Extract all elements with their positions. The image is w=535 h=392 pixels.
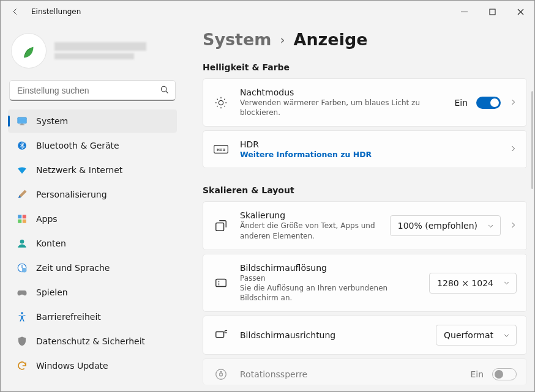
chevron-down-icon <box>503 279 510 286</box>
nav-label: System <box>36 116 68 126</box>
svg-text:HDR: HDR <box>217 147 226 152</box>
profile-block[interactable] <box>8 30 177 76</box>
svg-rect-4 <box>21 124 24 125</box>
svg-point-14 <box>21 312 23 314</box>
minimize-button[interactable] <box>450 1 478 23</box>
search-input[interactable] <box>9 80 176 101</box>
svg-rect-22 <box>220 373 223 376</box>
accessibility-icon <box>17 311 28 322</box>
paintbrush-icon <box>17 189 28 200</box>
nav-label: Barrierefreiheit <box>36 312 101 322</box>
hdr-title: HDR <box>240 139 498 149</box>
rotation-state-label: Ein <box>470 369 484 379</box>
section-scale-title: Skalieren & Layout <box>203 185 527 195</box>
scaling-title: Skalierung <box>240 210 379 220</box>
resolution-sub: Passen Sie die Auflösung an Ihren verbun… <box>240 273 418 303</box>
nav-label: Datenschutz & Sicherheit <box>36 336 145 346</box>
chevron-right-icon: › <box>280 32 285 47</box>
card-night-mode[interactable]: Nachtmodus Verwenden wärmerer Farben, um… <box>203 78 527 127</box>
svg-point-11 <box>20 240 24 244</box>
search-box[interactable] <box>9 80 176 101</box>
svg-point-15 <box>219 100 223 105</box>
profile-name-redacted <box>54 42 146 51</box>
chevron-right-icon[interactable] <box>509 144 517 154</box>
nav-item-accounts[interactable]: Konten <box>8 232 177 255</box>
svg-point-13 <box>22 268 27 273</box>
nav-label: Netzwerk & Internet <box>36 165 122 175</box>
nav-item-apps[interactable]: Apps <box>8 207 177 231</box>
card-resolution[interactable]: Bildschirmauflösung Passen Sie die Auflö… <box>203 254 527 312</box>
night-light-icon <box>213 96 229 109</box>
nav-item-system[interactable]: System <box>8 109 177 133</box>
scaling-sub: Ändert die Größe von Text, Apps und ande… <box>240 221 379 240</box>
close-button[interactable] <box>506 1 534 23</box>
nav-list: System Bluetooth & Geräte Netzwerk & Int… <box>8 109 177 377</box>
sidebar: System Bluetooth & Geräte Netzwerk & Int… <box>1 23 184 391</box>
resolution-title: Bildschirmauflösung <box>240 263 418 273</box>
svg-rect-20 <box>216 332 224 338</box>
nav-label: Apps <box>36 214 58 224</box>
svg-rect-10 <box>23 220 26 223</box>
nav-item-gaming[interactable]: Spielen <box>8 281 177 304</box>
nav-item-bluetooth[interactable]: Bluetooth & Geräte <box>8 134 177 157</box>
nav-item-personalization[interactable]: Personalisierung <box>8 183 177 206</box>
search-icon <box>160 85 170 97</box>
main-panel: System › Anzeige Helligkeit & Farbe Nach… <box>184 23 534 391</box>
resolution-icon <box>213 276 229 290</box>
svg-point-1 <box>161 86 166 92</box>
card-scaling[interactable]: Skalierung Ändert die Größe von Text, Ap… <box>203 201 527 250</box>
svg-rect-3 <box>18 118 26 123</box>
breadcrumb: System › Anzeige <box>203 30 527 49</box>
nav-item-time-language[interactable]: Zeit und Sprache <box>8 256 177 279</box>
svg-rect-7 <box>18 215 21 218</box>
rotation-toggle <box>492 368 517 380</box>
card-hdr[interactable]: HDR HDR Weitere Informationen zu HDR <box>203 130 527 168</box>
card-orientation[interactable]: Bildschirmausrichtung Querformat <box>203 316 527 355</box>
orientation-value: Querformat <box>444 330 493 340</box>
resolution-dropdown[interactable]: 1280 × 1024 <box>429 273 517 294</box>
svg-rect-9 <box>18 220 21 223</box>
nav-label: Bluetooth & Geräte <box>36 141 119 150</box>
update-icon <box>17 360 28 371</box>
window-title: Einstellungen <box>31 7 81 16</box>
chevron-right-icon[interactable] <box>509 221 517 231</box>
chevron-right-icon[interactable] <box>509 98 517 108</box>
nav-label: Spielen <box>36 287 68 297</box>
svg-rect-18 <box>216 223 224 231</box>
night-state-label: Ein <box>454 98 468 108</box>
globe-clock-icon <box>17 262 28 273</box>
night-sub: Verwenden wärmerer Farben, um blaues Lic… <box>240 98 436 117</box>
wifi-icon <box>17 165 28 176</box>
nav-item-accessibility[interactable]: Barrierefreiheit <box>8 305 177 328</box>
night-toggle[interactable] <box>476 97 501 109</box>
scaling-dropdown[interactable]: 100% (empfohlen) <box>390 215 501 236</box>
nav-item-windows-update[interactable]: Windows Update <box>8 354 177 377</box>
shield-icon <box>17 336 28 347</box>
maximize-button[interactable] <box>478 1 506 23</box>
card-rotation-lock: Rotationssperre Ein <box>203 358 527 385</box>
profile-email-redacted <box>54 53 134 59</box>
chevron-down-icon <box>487 223 494 229</box>
profile-text <box>54 42 146 59</box>
orientation-icon <box>213 328 229 342</box>
rotation-lock-icon <box>213 368 229 381</box>
scrollbar[interactable] <box>531 91 533 189</box>
svg-rect-0 <box>490 9 495 15</box>
night-title: Nachtmodus <box>240 87 443 97</box>
bluetooth-icon <box>17 140 28 151</box>
chevron-down-icon <box>503 332 510 339</box>
back-button[interactable] <box>6 7 25 16</box>
nav-item-network[interactable]: Netzwerk & Internet <box>8 158 177 182</box>
settings-window: Einstellungen <box>0 0 535 392</box>
svg-rect-19 <box>216 279 226 286</box>
nav-item-privacy[interactable]: Datenschutz & Sicherheit <box>8 330 177 353</box>
person-icon <box>17 238 28 249</box>
resolution-value: 1280 × 1024 <box>437 278 493 288</box>
orientation-dropdown[interactable]: Querformat <box>436 325 517 346</box>
breadcrumb-root[interactable]: System <box>203 30 271 49</box>
hdr-link[interactable]: Weitere Informationen zu HDR <box>240 150 498 159</box>
svg-rect-8 <box>23 215 26 218</box>
display-icon <box>17 116 28 127</box>
nav-label: Konten <box>36 239 66 248</box>
section-brightness-title: Helligkeit & Farbe <box>203 62 527 72</box>
